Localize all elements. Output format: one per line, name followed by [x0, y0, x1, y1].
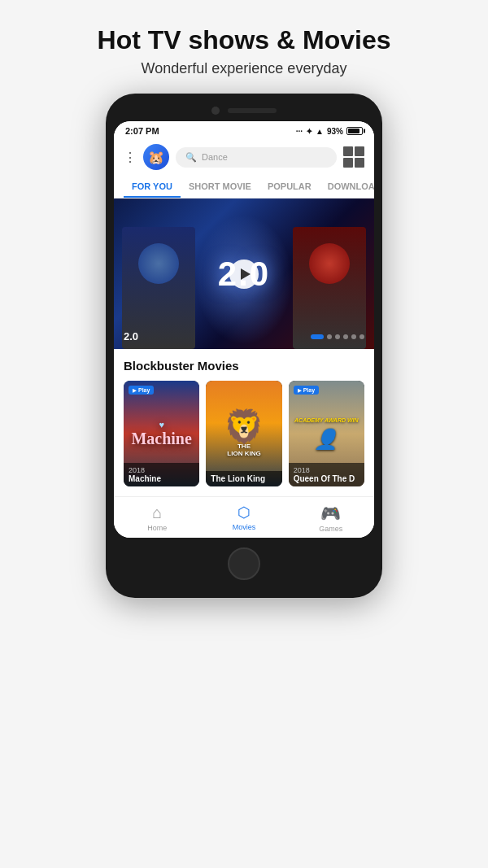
carousel-dot-2: [327, 334, 332, 339]
status-bar: 2:07 PM ··· ✦ ▲ 93%: [114, 121, 374, 139]
page-subtitle: Wonderful experience everyday: [98, 60, 391, 77]
phone-home-button[interactable]: [228, 547, 260, 580]
play-triangle-icon: [241, 268, 251, 280]
carousel-dot-4: [343, 334, 348, 339]
banner-background: 2.0 2.0: [114, 198, 374, 349]
status-time: 2:07 PM: [125, 126, 159, 136]
movies-nav-label: Movies: [233, 523, 256, 531]
page-title: Hot TV shows & Movies: [98, 24, 391, 55]
blockbuster-section: Blockbuster Movies ♥ Machine Play 2018 M…: [114, 349, 374, 496]
movies-nav-icon: ⬡: [237, 504, 251, 521]
lion-icon: 🦁: [224, 410, 264, 443]
games-nav-label: Games: [319, 525, 342, 533]
machine-year: 2018: [129, 466, 194, 474]
app-logo: 🐹: [143, 144, 169, 170]
phone-frame: 2:07 PM ··· ✦ ▲ 93% ⋮ 🐹 🔍 Dance: [106, 94, 382, 598]
queen-year: 2018: [294, 466, 359, 474]
phone-notch: [114, 107, 374, 115]
carousel-dot-6: [359, 334, 364, 339]
movie-card-machine[interactable]: ♥ Machine Play 2018 Machine: [124, 381, 199, 486]
wifi-icon: ▲: [316, 127, 324, 136]
signal-icon: ···: [296, 127, 303, 136]
nav-home[interactable]: ⌂ Home: [114, 504, 201, 533]
section-title: Blockbuster Movies: [124, 359, 364, 373]
carousel-dots: [311, 334, 364, 339]
tab-short-movie[interactable]: SHORT MOVIE: [181, 175, 259, 198]
bottom-navigation: ⌂ Home ⬡ Movies 🎮 Games: [114, 496, 374, 538]
phone-camera: [211, 107, 220, 115]
search-bar[interactable]: 🔍 Dance: [176, 147, 337, 168]
phone-speaker: [228, 108, 277, 113]
phone-screen: 2:07 PM ··· ✦ ▲ 93% ⋮ 🐹 🔍 Dance: [114, 121, 374, 538]
featured-banner[interactable]: 2.0 2.0: [114, 198, 374, 349]
banner-play-button[interactable]: [229, 260, 259, 289]
battery-icon: [346, 127, 363, 135]
movie-card-queen[interactable]: ACADEMY AWARD WIN 👤 Play 2018 Queen Of T…: [289, 381, 364, 486]
queen-label: 2018 Queen Of The D: [289, 463, 364, 486]
tab-popular[interactable]: POPULAR: [259, 175, 320, 198]
grid-view-icon[interactable]: [343, 146, 364, 168]
page-header: Hot TV shows & Movies Wonderful experien…: [81, 0, 407, 94]
banner-label: 2.0: [124, 330, 138, 342]
carousel-dot-3: [335, 334, 340, 339]
nav-games[interactable]: 🎮 Games: [287, 504, 374, 533]
app-bar: ⋮ 🐹 🔍 Dance: [114, 139, 374, 175]
menu-dots[interactable]: ⋮: [124, 150, 137, 165]
battery-fill: [348, 129, 359, 133]
movie-card-lionking[interactable]: 🦁 THELION KING The Lion King: [206, 381, 281, 486]
tabs-bar: FOR YOU SHORT MOVIE POPULAR DOWNLOAD: [114, 175, 374, 198]
nav-movies[interactable]: ⬡ Movies: [201, 504, 288, 533]
queen-name: Queen Of The D: [294, 474, 359, 483]
machine-name: Machine: [129, 474, 194, 483]
movies-row: ♥ Machine Play 2018 Machine 🦁: [124, 381, 364, 486]
search-placeholder: Dance: [202, 152, 228, 162]
status-icons: ··· ✦ ▲ 93%: [296, 127, 363, 136]
games-nav-icon: 🎮: [320, 504, 341, 523]
machine-label: 2018 Machine: [124, 463, 199, 486]
battery-percent: 93%: [327, 127, 343, 136]
banner-bottom-bar: 2.0: [124, 330, 364, 342]
phone-bottom-bar: [114, 538, 374, 585]
carousel-dot-5: [351, 334, 356, 339]
tab-download[interactable]: DOWNLOAD: [320, 175, 374, 198]
queen-play-badge: Play: [294, 386, 319, 395]
machine-title-art: ♥ Machine: [131, 420, 191, 447]
tab-for-you[interactable]: FOR YOU: [124, 175, 181, 198]
bluetooth-icon: ✦: [306, 127, 312, 136]
machine-play-badge: Play: [129, 386, 154, 395]
lionking-label: The Lion King: [206, 471, 281, 486]
search-icon: 🔍: [185, 152, 197, 163]
home-nav-label: Home: [147, 524, 167, 532]
lionking-art: 🦁 THELION KING: [224, 410, 264, 458]
queen-art: ACADEMY AWARD WIN 👤: [291, 414, 362, 454]
lionking-name: The Lion King: [211, 474, 277, 483]
carousel-dot-1: [311, 334, 324, 339]
home-nav-icon: ⌂: [152, 504, 162, 522]
